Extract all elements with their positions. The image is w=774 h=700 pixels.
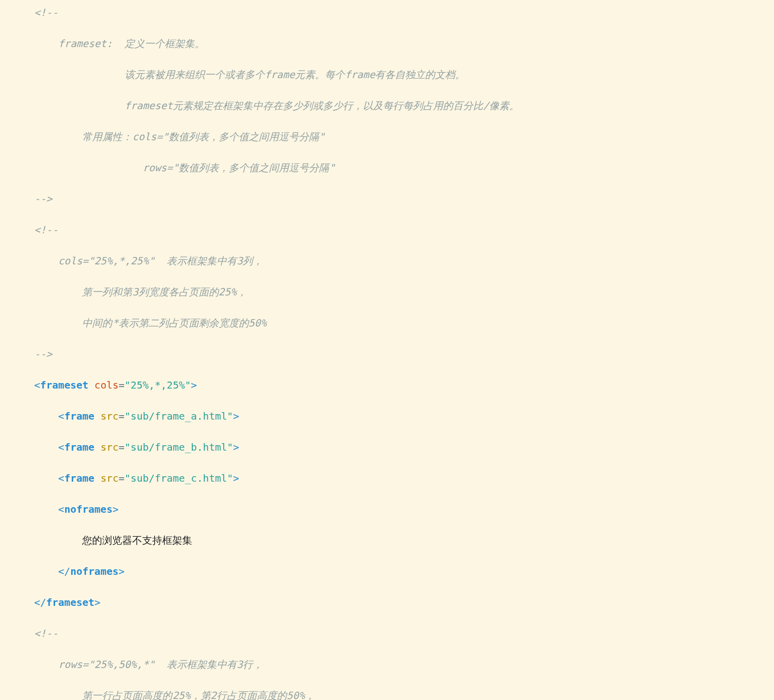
code-token: < <box>10 472 64 484</box>
code-line: frameset: 定义一个框架集。 <box>10 36 764 52</box>
code-line: <frame src="sub/frame_a.html"> <box>10 409 764 424</box>
code-token: > <box>95 596 101 608</box>
code-token: --> <box>10 193 52 205</box>
code-token: frame <box>64 472 94 484</box>
code-token: < <box>10 379 40 391</box>
code-token: < <box>10 503 64 515</box>
code-token: = <box>119 410 125 422</box>
code-token: = <box>119 379 125 391</box>
code-token: frame <box>64 410 94 422</box>
code-line: 第一行占页面高度的25%，第2行占页面高度的50%， <box>10 688 764 700</box>
code-line: 您的浏览器不支持框架集 <box>10 533 764 548</box>
code-line: <!-- <box>10 626 764 641</box>
code-token: noframes <box>70 565 118 577</box>
code-token: 您的浏览器不支持框架集 <box>10 534 193 546</box>
code-token: 第一列和第3列宽度各占页面的25%， <box>10 286 247 298</box>
code-token: <!-- <box>10 224 58 236</box>
code-token: 该元素被用来组织一个或者多个frame元素。每个frame有各自独立的文档。 <box>10 69 465 81</box>
code-line: 第一列和第3列宽度各占页面的25%， <box>10 284 764 300</box>
code-token: frame <box>64 441 94 453</box>
code-token: noframes <box>64 503 112 515</box>
code-line: </noframes> <box>10 564 764 579</box>
code-token: > <box>191 379 197 391</box>
code-line: <!-- <box>10 222 764 238</box>
code-token: = <box>119 441 125 453</box>
code-token: <!-- <box>10 627 58 639</box>
code-token: src <box>101 441 119 453</box>
code-token: frameset: 定义一个框架集。 <box>10 38 205 50</box>
code-token <box>95 472 101 484</box>
code-token: </ <box>10 565 70 577</box>
code-token: cols="25%,*,25%" 表示框架集中有3列， <box>10 255 263 267</box>
code-token: frameset元素规定在框架集中存在多少列或多少行，以及每行每列占用的百分比/… <box>10 100 519 112</box>
code-token: frameset <box>40 379 88 391</box>
code-token: src <box>101 410 119 422</box>
code-line: cols="25%,*,25%" 表示框架集中有3列， <box>10 253 764 269</box>
code-token: "sub/frame_c.html" <box>125 472 233 484</box>
code-token <box>95 441 101 453</box>
code-token: > <box>233 410 239 422</box>
code-token <box>89 379 95 391</box>
code-line: --> <box>10 346 764 362</box>
code-line: rows="25%,50%,*" 表示框架集中有3行， <box>10 657 764 672</box>
code-line: 常用属性：cols="数值列表，多个值之间用逗号分隔" <box>10 129 764 145</box>
code-token: </ <box>10 596 46 608</box>
code-line: <noframes> <box>10 502 764 517</box>
code-token: < <box>10 441 64 453</box>
code-token: > <box>233 472 239 484</box>
code-line: --> <box>10 191 764 207</box>
code-token: src <box>101 472 119 484</box>
code-token: "25%,*,25%" <box>125 379 191 391</box>
code-token: cols <box>95 379 119 391</box>
code-line: 中间的*表示第二列占页面剩余宽度的50% <box>10 315 764 331</box>
code-token: = <box>119 472 125 484</box>
code-snippet: <!-- frameset: 定义一个框架集。 该元素被用来组织一个或者多个fr… <box>10 5 764 700</box>
code-token: rows="25%,50%,*" 表示框架集中有3行， <box>10 658 263 670</box>
code-line: <frame src="sub/frame_c.html"> <box>10 471 764 486</box>
code-token: frameset <box>46 596 94 608</box>
code-line: 该元素被用来组织一个或者多个frame元素。每个frame有各自独立的文档。 <box>10 67 764 83</box>
code-token: 第一行占页面高度的25%，第2行占页面高度的50%， <box>10 689 315 700</box>
code-token: < <box>10 410 64 422</box>
code-line: frameset元素规定在框架集中存在多少列或多少行，以及每行每列占用的百分比/… <box>10 98 764 114</box>
code-token: rows="数值列表，多个值之间用逗号分隔" <box>10 162 335 174</box>
code-line: rows="数值列表，多个值之间用逗号分隔" <box>10 160 764 176</box>
code-line: <frameset cols="25%,*,25%"> <box>10 378 764 393</box>
code-line: <!-- <box>10 5 764 21</box>
code-token: > <box>233 441 239 453</box>
code-token: > <box>119 565 125 577</box>
code-token <box>95 410 101 422</box>
code-line: </frameset> <box>10 595 764 610</box>
code-token: "sub/frame_a.html" <box>125 410 233 422</box>
code-token: > <box>113 503 119 515</box>
code-line: <frame src="sub/frame_b.html"> <box>10 440 764 455</box>
code-token: 常用属性：cols="数值列表，多个值之间用逗号分隔" <box>10 131 325 143</box>
code-token: "sub/frame_b.html" <box>125 441 233 453</box>
code-token: <!-- <box>10 7 58 19</box>
code-token: --> <box>10 348 52 360</box>
code-token: 中间的*表示第二列占页面剩余宽度的50% <box>10 317 267 329</box>
